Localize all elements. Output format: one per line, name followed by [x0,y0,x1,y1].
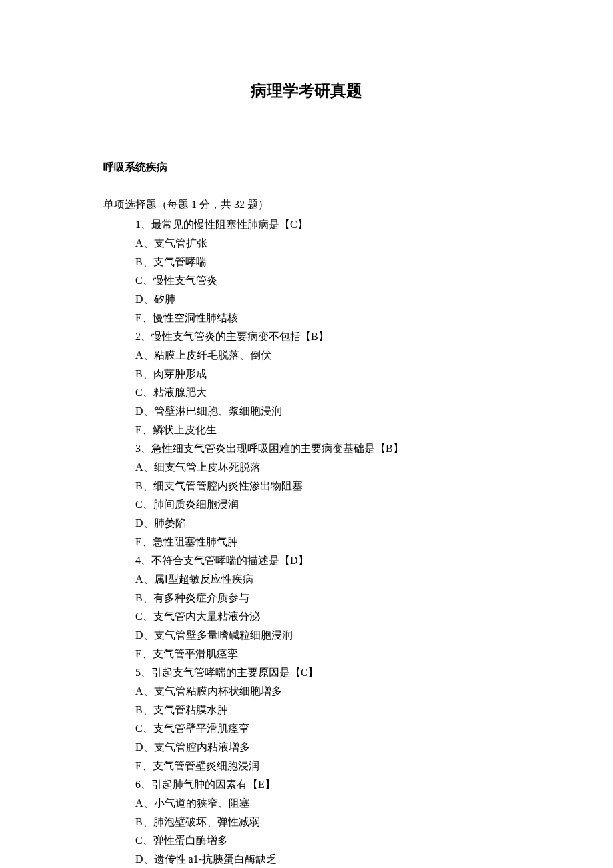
question-stem: 2、慢性支气管炎的主要病变不包括【B】 [135,327,510,346]
question-option: E、急性阻塞性肺气肿 [135,533,510,551]
question-stem: 3、急性细支气管炎出现呼吸困难的主要病变基础是【B】 [135,439,510,458]
question-option: D、矽肺 [135,290,510,309]
question-stem: 1、最常见的慢性阻塞性肺病是【C】 [135,215,510,234]
question-option: A、支气管粘膜内杯状细胞增多 [135,682,510,701]
question-option: C、肺间质炎细胞浸润 [135,495,510,514]
question-option: D、肺萎陷 [135,514,510,533]
question-option: C、支气管壁平滑肌痉挛 [135,719,510,738]
question-stem: 6、引起肺气肿的因素有【E】 [135,775,510,794]
question-intro: 单项选择题（每题 1 分，共 32 题） [103,195,510,214]
page-title: 病理学考研真题 [103,77,510,105]
question-stem: 4、不符合支气管哮喘的描述是【D】 [135,551,510,570]
questions-container: 1、最常见的慢性阻塞性肺病是【C】 A、支气管扩张 B、支气管哮喘 C、慢性支气… [103,215,510,868]
question-option: B、肺泡壁破坏、弹性减弱 [135,813,510,831]
question-option: C、粘液腺肥大 [135,383,510,402]
question-option: D、管壁淋巴细胞、浆细胞浸润 [135,402,510,421]
question-option: B、细支气管管腔内炎性渗出物阻塞 [135,477,510,495]
question-stem: 5、引起支气管哮喘的主要原因是【C】 [135,663,510,682]
question-option: D、支气管腔内粘液增多 [135,738,510,757]
section-heading: 呼吸系统疾病 [103,158,510,177]
question-option: E、鳞状上皮化生 [135,421,510,439]
question-option: B、肉芽肿形成 [135,365,510,383]
question-option: D、支气管壁多量嗜碱粒细胞浸润 [135,626,510,645]
question-option: A、细支气管上皮坏死脱落 [135,458,510,477]
question-option: C、慢性支气管炎 [135,271,510,290]
question-option: B、有多种炎症介质参与 [135,589,510,607]
question-option: A、小气道的狭窄、阻塞 [135,794,510,813]
question-option: A、粘膜上皮纤毛脱落、倒伏 [135,346,510,365]
question-option: B、支气管哮喘 [135,253,510,271]
question-option: E、支气管管壁炎细胞浸润 [135,757,510,775]
question-option: E、慢性空洞性肺结核 [135,309,510,327]
question-option: B、支气管粘膜水肿 [135,701,510,719]
question-option: D、遗传性 a1-抗胰蛋白酶缺乏 [135,850,510,868]
question-option: A、支气管扩张 [135,234,510,253]
question-option: E、支气管平滑肌痉挛 [135,645,510,663]
question-option: C、支气管内大量粘液分泌 [135,607,510,626]
question-option: A、属Ⅰ型超敏反应性疾病 [135,570,510,589]
question-option: C、弹性蛋白酶增多 [135,831,510,850]
